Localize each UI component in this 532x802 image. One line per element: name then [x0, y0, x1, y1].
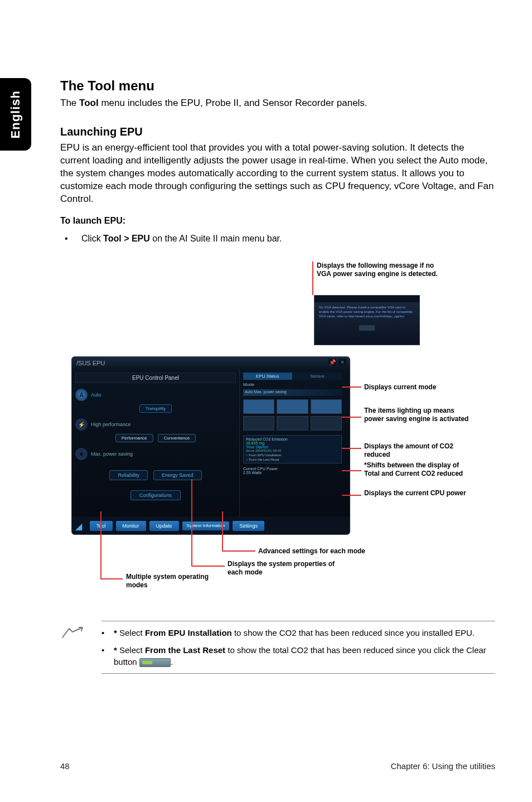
- control-panel-title: EPU Control Panel: [75, 373, 236, 383]
- dialog-header: [315, 296, 419, 302]
- language-label: English: [8, 90, 23, 138]
- heading-launching-epu: Launching EPU: [60, 125, 495, 138]
- pill-convenience[interactable]: Convenience: [158, 434, 196, 442]
- co2-box: Reduced CO2 Emission 28.835 mg Time Star…: [243, 435, 342, 463]
- tab-monitor[interactable]: Monitor: [116, 521, 146, 531]
- energy-button[interactable]: Energy Saved: [153, 470, 202, 480]
- since-value: Since 2009/01/01 08:43: [246, 449, 339, 452]
- language-tab: English: [0, 78, 31, 151]
- text: Click: [81, 234, 103, 243]
- cpu-power-label: Current CPU Power: [243, 467, 342, 471]
- leader-line: [191, 566, 225, 567]
- opt-label: From EPU Installation: [249, 453, 281, 457]
- mode-high[interactable]: ⚡ High performance: [75, 418, 236, 431]
- mode-max[interactable]: ❄ Max. power saving: [75, 448, 236, 460]
- note-icon: [60, 621, 88, 674]
- mode-label: Auto: [91, 392, 101, 398]
- heading-tool-menu: The Tool menu: [60, 78, 495, 94]
- cpu-power-box: Current CPU Power 2.55 Watts: [243, 467, 342, 475]
- epu-description: EPU is an energy-efficient tool that pro…: [60, 142, 495, 206]
- max-icon: ❄: [75, 448, 88, 460]
- callout-multi-modes: Multiple system operating modes: [126, 573, 210, 590]
- app-bottom-bar: ◢ Tool Monitor Update System Information…: [72, 516, 350, 535]
- callout-no-vga: Displays the following message if no VGA…: [317, 262, 445, 278]
- to-launch-label: To launch EPU:: [60, 216, 495, 226]
- callout-co2: Displays the amount of CO2 reduced: [364, 442, 470, 459]
- time-started-label: Time Started: [246, 445, 339, 449]
- tab-sensor[interactable]: Sensor: [293, 373, 342, 380]
- bullet-dot: •: [65, 233, 81, 245]
- configurations-button[interactable]: Configurations: [130, 490, 181, 500]
- pin-icon[interactable]: 📌: [328, 359, 336, 365]
- opt-label: From the Last Reset: [249, 458, 279, 461]
- page-number: 48: [60, 761, 70, 771]
- leader-line: [100, 578, 123, 579]
- bullet-dot: •: [101, 644, 114, 668]
- current-mode-bar: Auto Max. power saving: [243, 389, 342, 396]
- reliability-button[interactable]: Reliability: [109, 470, 148, 480]
- pill-tranquility[interactable]: Tranquility: [139, 404, 172, 413]
- app-titlebar: /SUS EPU 📌 ×: [72, 357, 350, 369]
- text: .: [171, 657, 173, 666]
- leader-line: [342, 448, 361, 449]
- callout-current-mode: Displays current mode: [364, 383, 465, 392]
- leader-line: [100, 511, 101, 578]
- callout-cpu-power: Displays the current CPU power: [364, 489, 470, 497]
- pill-performance[interactable]: Performance: [115, 434, 153, 442]
- note-2-text: * Select From the Last Reset to show the…: [114, 644, 495, 668]
- mode-heading: Mode: [243, 382, 342, 387]
- notes-block: • * Select From EPU Installation to show…: [60, 621, 495, 674]
- tab-epu-status[interactable]: EPU Status: [243, 373, 292, 380]
- window-buttons: 📌 ×: [328, 359, 346, 365]
- callout-items-light: The items lighting up means power saving…: [364, 407, 470, 423]
- launch-step: • Click Tool > EPU on the AI Suite II ma…: [65, 233, 495, 245]
- callout-sys-props: Displays the system properties of each m…: [228, 560, 339, 577]
- chapter-label: Chapter 6: Using the utilities: [390, 761, 495, 771]
- leader-line: [312, 262, 313, 295]
- text: on the AI Suite II main menu bar.: [150, 234, 282, 243]
- note-1: • * Select From EPU Installation to show…: [101, 627, 495, 639]
- opt-from-install[interactable]: ○ From EPU Installation: [246, 453, 339, 457]
- opt-from-reset[interactable]: ○ From the Last Reset: [246, 458, 339, 461]
- leader-line: [222, 511, 223, 550]
- callout-shifts: *Shifts between the display of Total and…: [364, 461, 476, 478]
- main-content: The Tool menu The Tool menu includes the…: [60, 78, 495, 674]
- mode-auto[interactable]: A Auto: [75, 389, 236, 401]
- notes-body: • * Select From EPU Installation to show…: [101, 621, 495, 674]
- text: The: [60, 98, 79, 108]
- text-bold: From the Last Reset: [145, 645, 225, 655]
- app-title-text: EPU: [93, 360, 105, 366]
- asus-logo-icon: ◢: [75, 521, 86, 531]
- text-bold: From EPU Installation: [145, 628, 232, 637]
- clear-button-image: [139, 658, 171, 667]
- tab-settings[interactable]: Settings: [233, 521, 264, 531]
- bullet-dot: •: [101, 627, 114, 639]
- high-icon: ⚡: [75, 418, 88, 431]
- engine-fan-icon: [311, 399, 342, 414]
- leader-line: [342, 495, 361, 496]
- text: menu includes the EPU, Probe II, and Sen…: [99, 98, 367, 108]
- engine-icons: [243, 399, 342, 431]
- leader-line: [342, 386, 361, 388]
- engine-cpu-icon: [243, 399, 274, 414]
- engine-chipset-icon: [243, 416, 274, 431]
- status-panel: EPU Status Sensor Mode Auto Max. power s…: [239, 369, 345, 516]
- engine-vga-icon: [311, 416, 342, 431]
- co2-title: Reduced CO2 Emission: [246, 437, 339, 441]
- dialog-message: No VGA detected. Please install a compat…: [315, 302, 419, 322]
- cpu-power-value: 2.55 Watts: [243, 471, 342, 475]
- bullet-text: Click Tool > EPU on the AI Suite II main…: [81, 233, 495, 245]
- epu-app-window: /SUS EPU 📌 × EPU Control Panel A Auto: [71, 356, 350, 535]
- epu-diagram: Displays the following message if no VGA…: [60, 262, 495, 602]
- note-2: • * Select From the Last Reset to show t…: [101, 644, 495, 668]
- text-bold: Tool: [79, 98, 99, 108]
- leader-line: [342, 417, 361, 418]
- close-icon[interactable]: ×: [338, 359, 346, 365]
- mode-label: Max. power saving: [91, 451, 133, 457]
- tab-update[interactable]: Update: [149, 521, 179, 531]
- text: to show the CO2 that has been reduced si…: [232, 628, 475, 637]
- dialog-ok-button[interactable]: [359, 325, 375, 331]
- app-body: EPU Control Panel A Auto Tranquility ⚡ H…: [72, 369, 350, 516]
- leader-line: [222, 550, 255, 552]
- text-bold: Tool > EPU: [103, 234, 150, 243]
